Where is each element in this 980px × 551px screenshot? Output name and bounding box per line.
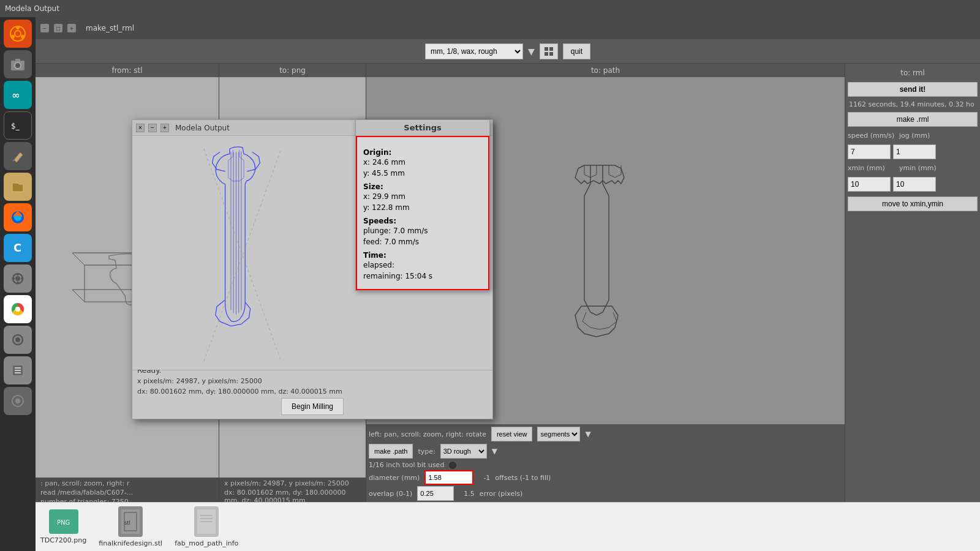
make-path-btn[interactable]: make .path — [369, 444, 413, 459]
settings-content: Origin: x: 24.6 mm y: 45.5 mm Size: x: 2… — [356, 136, 489, 290]
ymin-label: ymin (mm) — [899, 164, 948, 172]
svg-point-6 — [15, 62, 21, 69]
pencil-icon[interactable] — [4, 142, 32, 170]
settings-icon-1[interactable] — [4, 264, 32, 293]
origin-label: Origin: — [363, 148, 482, 157]
minmax-inputs-row — [848, 177, 978, 192]
modela-minimize-btn[interactable]: − — [148, 124, 157, 132]
modela-wrench-svg — [132, 136, 353, 370]
svg-point-2 — [16, 26, 20, 29]
restore-btn[interactable]: □ — [54, 24, 62, 32]
footer-pixel-info-row: x pixels/m: 24987, y pixels/m: 25000 — [135, 376, 490, 386]
begin-milling-btn[interactable]: Begin Milling — [281, 398, 344, 415]
xmin-input[interactable] — [848, 177, 891, 192]
move-to-btn[interactable]: move to xmin,ymin — [848, 197, 978, 211]
svg-text:∞: ∞ — [12, 89, 20, 101]
origin-x: x: 24.6 mm — [363, 158, 482, 167]
error-value: 1.5 — [464, 490, 475, 498]
type-label: type: — [418, 448, 435, 455]
overlap-label: overlap (0-1) — [369, 490, 412, 498]
cura-icon[interactable]: C — [4, 234, 32, 262]
minimize-btn[interactable]: − — [40, 24, 49, 32]
segments-select[interactable]: segments — [537, 427, 580, 441]
diameter-input[interactable] — [424, 470, 473, 485]
error-label: error (pixels) — [480, 490, 522, 498]
minmax-labels-row: xmin (mm) ymin (mm) — [848, 164, 978, 172]
title-bar-text: Modela Output — [5, 4, 59, 13]
arduino-icon[interactable]: ∞ — [4, 81, 32, 109]
log-line-2: read /media/fablab/C607-... — [38, 488, 216, 497]
taskbar-item-info[interactable]: fab_mod_path_info — [175, 506, 238, 547]
svg-rect-7 — [15, 59, 20, 61]
to-png-title: to: png — [219, 64, 366, 77]
speed-input[interactable] — [848, 144, 891, 159]
time-label: Time: — [363, 251, 482, 260]
quit-btn[interactable]: quit — [563, 43, 590, 59]
size-x: x: 29.9 mm — [363, 192, 482, 201]
reset-view-btn[interactable]: reset view — [491, 427, 533, 441]
time-info: 1162 seconds, 19.4 minutes, 0.32 ho — [848, 99, 978, 110]
xmin-label: xmin (mm) — [848, 164, 897, 172]
firefox-icon[interactable] — [4, 203, 32, 231]
make-rml-btn[interactable]: make .rml — [848, 112, 978, 127]
overlap-input[interactable] — [417, 486, 454, 501]
svg-rect-26 — [545, 47, 548, 51]
to-rml-panel: to: rml send it! 1162 seconds, 19.4 minu… — [845, 64, 980, 551]
camera-icon[interactable] — [4, 50, 32, 78]
speed-label: speed (mm/s) — [848, 132, 897, 140]
to-rml-title: to: rml — [848, 66, 978, 80]
svg-rect-28 — [545, 52, 548, 56]
files-icon[interactable] — [4, 173, 32, 201]
speed-inputs-row — [848, 144, 978, 159]
svg-point-24 — [15, 399, 20, 403]
send-it-btn[interactable]: send it! — [848, 82, 978, 97]
terminal-icon[interactable]: $_ — [4, 111, 32, 140]
segments-dropdown-arrow: ▼ — [585, 430, 590, 438]
modela-window-title: Modela Output — [175, 124, 230, 132]
tool-bit-label: 1/16 inch tool bit used — [369, 461, 444, 469]
svg-text:$_: $_ — [11, 122, 20, 130]
mode-select[interactable]: mm, 1/8, wax, roughmm, 1/4, wax, roughmm… — [425, 43, 523, 59]
svg-rect-27 — [549, 47, 553, 51]
taskbar: PNG TDC7200.png stl finalknifedesign.stl… — [36, 502, 980, 551]
taskbar-stl-label: finalknifedesign.stl — [99, 539, 162, 547]
svg-line-10 — [13, 160, 14, 161]
tool-bit-indicator — [449, 462, 456, 469]
speed-row: speed (mm/s) jog (mm) — [848, 132, 978, 140]
pixel-info: x pixels/m: 24987, y pixels/m: 25000 — [137, 377, 262, 385]
offsets-label: offsets (-1 to fill) — [495, 474, 551, 482]
taskbar-info-label: fab_mod_path_info — [175, 539, 238, 547]
maximize-btn[interactable]: + — [67, 24, 76, 32]
modela-close-btn[interactable]: × — [136, 124, 145, 132]
taskbar-item-stl[interactable]: stl finalknifedesign.stl — [99, 506, 162, 547]
taskbar-info-icon — [194, 506, 219, 537]
log-line-1: : pan, scroll: zoom, right: r — [38, 479, 216, 488]
grid-view-btn[interactable] — [540, 43, 558, 59]
settings-window-title: Settings — [356, 120, 489, 136]
chrome-icon[interactable] — [4, 295, 32, 323]
origin-y: y: 45.5 mm — [363, 169, 482, 178]
settings2-icon[interactable] — [4, 326, 32, 354]
jog-input[interactable] — [893, 144, 936, 159]
title-bar: Modela Output — [0, 0, 980, 17]
settings4-icon[interactable] — [4, 387, 32, 415]
begin-milling-row: Begin Milling — [135, 397, 490, 416]
taskbar-png-icon: PNG — [49, 509, 78, 534]
feed-speed: feed: 7.0 mm/s — [363, 238, 482, 246]
svg-text:stl: stl — [124, 520, 130, 526]
settings3-icon[interactable] — [4, 356, 32, 384]
modela-footer: Ready. x pixels/m: 24987, y pixels/m: 25… — [132, 370, 492, 419]
taskbar-stl-icon: stl — [118, 506, 143, 537]
dim-info: dx: 80.001602 mm, dy: 180.000000 mm, dz:… — [137, 388, 342, 395]
svg-point-3 — [21, 35, 24, 39]
footer-dim-info-row: dx: 80.001602 mm, dy: 180.000000 mm, dz:… — [135, 386, 490, 397]
ymin-input[interactable] — [893, 177, 936, 192]
path-wrench — [551, 153, 661, 349]
ubuntu-icon[interactable] — [4, 20, 32, 48]
type-select[interactable]: 3D rough2D contour2D pocket — [440, 444, 487, 459]
jog-label: jog (mm) — [899, 132, 948, 140]
taskbar-item-png[interactable]: PNG TDC7200.png — [40, 509, 86, 544]
modela-maximize-btn[interactable]: + — [160, 124, 169, 132]
svg-rect-29 — [549, 52, 553, 56]
app-header: − □ + make_stl_rml — [36, 17, 980, 39]
